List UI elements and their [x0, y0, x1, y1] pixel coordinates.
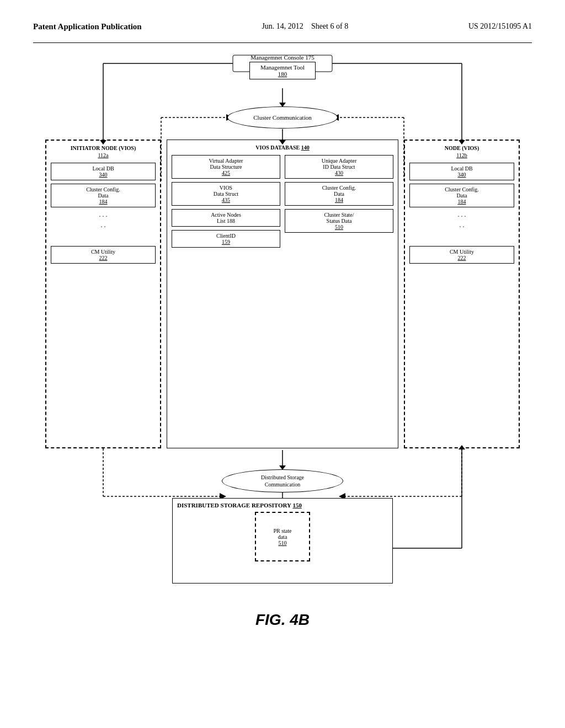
cluster-config-box-right: Cluster Config. Data 184	[409, 184, 514, 207]
mgmt-tool-box: Managemnet Tool 180	[249, 62, 316, 79]
pr-state-box: PR state data 510	[255, 512, 310, 561]
mgmt-console-label: Managemnet Console 175	[222, 54, 343, 61]
vios-db-col-left: Virtual Adapter Data Structure 425 VIOS …	[172, 152, 280, 251]
vios-db-box: VIOS DATABASE 140 Virtual Adapter Data S…	[167, 140, 398, 448]
cluster-config2-box: Cluster Config. Data 184	[285, 182, 393, 206]
active-nodes-box: Active Nodes List 188	[172, 209, 280, 227]
initiator-node-box: INITIATOR NODE (VIOS) 112a Local DB Data…	[45, 140, 161, 448]
cm-utility-box-right: CM Utility 222	[409, 246, 514, 264]
dist-storage-title: DISTRIBUTED STORAGE REPOSITORY 150	[173, 499, 392, 510]
cm-utility-box-left: CM Utility 222	[51, 246, 156, 264]
cluster-config-box-left: Cluster Config. Data 184	[51, 184, 156, 207]
header-date: Jun. 14, 2012	[262, 22, 303, 30]
mgmt-console-area: Managemnet Console 175 Managemnet Tool 1…	[222, 54, 343, 79]
virtual-adapter-box: Virtual Adapter Data Structure 425	[172, 155, 280, 179]
dist-storage-box: DISTRIBUTED STORAGE REPOSITORY 150 PR st…	[172, 498, 393, 584]
vios-data-box: VIOS Data Struct 435	[172, 182, 280, 206]
mgmt-tool-number: 180	[253, 71, 312, 77]
vios-db-cols: Virtual Adapter Data Structure 425 VIOS …	[172, 152, 393, 251]
dots-left2: . .	[51, 221, 156, 229]
header-divider	[33, 42, 532, 43]
node-right-number: 112b	[409, 152, 514, 158]
local-db-box-right: Local DB 340	[409, 163, 514, 180]
initiator-node-number: 112a	[51, 152, 156, 158]
client-id-box: ClientID 159	[172, 230, 280, 248]
dist-storage-comm-oval: Distributed Storage Communication	[222, 469, 343, 493]
vios-db-title: VIOS DATABASE 140	[172, 144, 393, 151]
figure-label: FIG. 4B	[0, 611, 565, 629]
header-right: US 2012/151095 A1	[468, 22, 532, 31]
dots-right: . . .	[409, 211, 514, 219]
local-db-box-left: Local DB Data 340	[51, 163, 156, 180]
initiator-node-title: INITIATOR NODE (VIOS)	[51, 145, 156, 151]
dots-left: . . .	[51, 211, 156, 219]
main-section: INITIATOR NODE (VIOS) 112a Local DB Data…	[45, 140, 520, 448]
cluster-state-box: Cluster State/ Status Data 510	[285, 209, 393, 233]
header-sheet: Sheet 6 of 8	[311, 22, 348, 30]
node-right-box: NODE (VIOS) 112b Local DB 340 Cluster Co…	[404, 140, 520, 448]
diagram-container: Managemnet Console 175 Managemnet Tool 1…	[45, 54, 520, 595]
node-right-title: NODE (VIOS)	[409, 145, 514, 151]
header-left: Patent Application Publication	[33, 22, 142, 31]
unique-adapter-box: Unique Adapter ID Data Struct 430	[285, 155, 393, 179]
vios-db-col-right: Unique Adapter ID Data Struct 430 Cluste…	[285, 152, 393, 251]
dots-right2: . .	[409, 221, 514, 229]
cluster-comm-oval: Cluster Communication	[227, 106, 338, 129]
header-center: Jun. 14, 2012 Sheet 6 of 8	[262, 22, 348, 31]
mgmt-tool-label: Managemnet Tool	[253, 64, 312, 71]
page-header: Patent Application Publication Jun. 14, …	[0, 0, 565, 42]
